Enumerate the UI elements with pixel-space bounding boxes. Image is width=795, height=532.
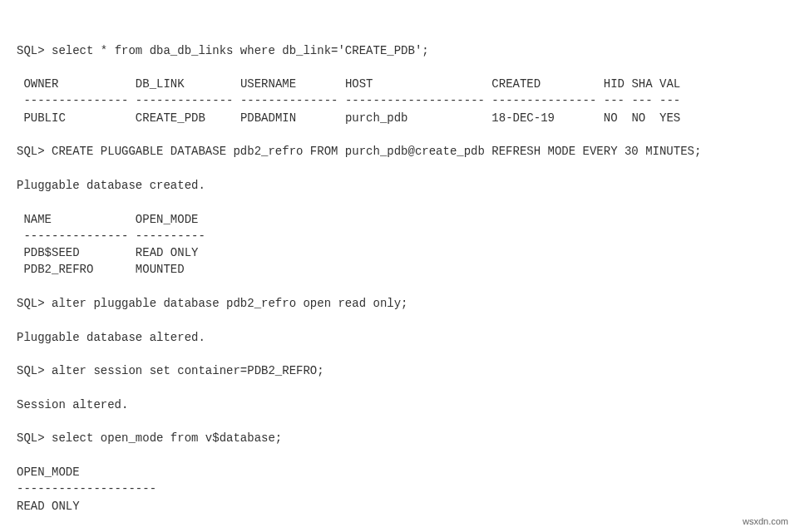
pdb-name: PDB$SEED: [23, 246, 79, 259]
rule: ---------------: [23, 94, 128, 107]
sql-prompt: SQL>: [17, 145, 52, 158]
rule: ---------------: [491, 94, 596, 107]
rule: --------------------: [345, 94, 485, 107]
rule: --------------: [136, 94, 234, 107]
rule: ---: [659, 94, 680, 107]
col-openmode-hdr: OPEN_MODE: [136, 213, 199, 226]
sql-query-openmode: select open_mode from v$database;: [52, 431, 282, 445]
terminal-output: SQL> select * from dba_db_links where db…: [17, 42, 778, 532]
col-host-hdr: HOST: [345, 77, 373, 91]
rule: ----------: [136, 229, 205, 243]
val-dblink: CREATE_PDB: [136, 111, 205, 125]
pdb-mode: READ ONLY: [136, 246, 199, 259]
val-host: purch_pdb: [345, 111, 408, 125]
msg-session-altered: Session altered.: [17, 398, 128, 411]
val-openmode: READ ONLY: [17, 500, 80, 513]
col-sha-hdr: SHA: [631, 77, 652, 91]
rule: ---: [631, 94, 652, 107]
col-created-hdr: CREATED: [491, 77, 541, 91]
val-username: PDBADMIN: [240, 111, 296, 125]
pdb-name: PDB2_REFRO: [23, 263, 93, 276]
sql-query-create-pdb: CREATE PLUGGABLE DATABASE pdb2_refro FRO…: [52, 145, 701, 158]
val-created: 18-DEC-19: [491, 111, 555, 125]
sql-prompt: SQL>: [17, 44, 52, 57]
rule: --------------------: [17, 482, 156, 495]
rule: ---: [604, 94, 625, 107]
watermark: wsxdn.com: [743, 515, 788, 529]
col-username-hdr: USERNAME: [240, 77, 296, 91]
sql-query-open-readonly: alter pluggable database pdb2_refro open…: [52, 297, 407, 310]
rule: --------------: [240, 94, 338, 107]
col-openmode-hdr: OPEN_MODE: [17, 466, 80, 479]
sql-prompt: SQL>: [17, 297, 52, 310]
msg-pdb-altered: Pluggable database altered.: [17, 331, 205, 344]
val-hid: NO: [604, 111, 618, 125]
sql-query-dblinks: select * from dba_db_links where db_link…: [52, 44, 429, 57]
col-owner-hdr: OWNER: [23, 77, 58, 91]
pdb-mode: MOUNTED: [136, 263, 185, 276]
msg-pdb-created: Pluggable database created.: [17, 179, 205, 192]
col-hid-hdr: HID: [604, 77, 625, 91]
sql-prompt: SQL>: [17, 431, 52, 445]
val-owner: PUBLIC: [23, 111, 65, 125]
col-val-hdr: VAL: [659, 77, 680, 91]
val-sha: NO: [631, 111, 645, 125]
val-val: YES: [659, 111, 680, 125]
rule: ---------------: [23, 229, 128, 243]
col-dblink-hdr: DB_LINK: [136, 77, 185, 91]
col-name-hdr: NAME: [23, 213, 52, 226]
sql-prompt: SQL>: [17, 364, 52, 377]
sql-query-set-container: alter session set container=PDB2_REFRO;: [52, 364, 324, 377]
